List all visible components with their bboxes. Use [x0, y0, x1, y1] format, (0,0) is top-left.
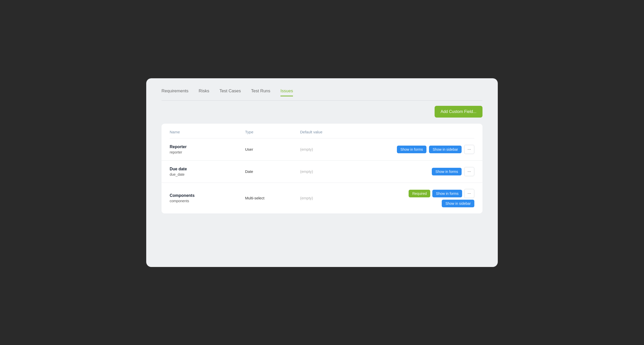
field-default-due-date: (empty) — [300, 169, 428, 174]
more-dots-icon: ··· — [467, 147, 471, 152]
more-dots-icon: ··· — [467, 169, 471, 174]
required-badge-components[interactable]: Required — [409, 190, 430, 197]
tab-test-cases[interactable]: Test Cases — [219, 88, 241, 96]
field-label-due-date: Due date — [170, 167, 241, 171]
table-row: Reporter reporter User (empty) Show in f… — [162, 138, 482, 161]
tab-test-runs[interactable]: Test Runs — [251, 88, 270, 96]
column-header-name: Name — [170, 130, 241, 134]
field-type-reporter: User — [245, 147, 296, 151]
tab-issues[interactable]: Issues — [280, 88, 293, 96]
table-row: Due date due_date Date (empty) Show in f… — [162, 161, 482, 183]
column-header-default: Default value — [300, 130, 470, 134]
field-actions-due-date: Show in forms ··· — [432, 167, 474, 176]
field-label-reporter: Reporter — [170, 145, 241, 149]
tab-requirements[interactable]: Requirements — [162, 88, 189, 96]
field-type-due-date: Date — [245, 169, 296, 174]
tab-risks[interactable]: Risks — [199, 88, 209, 96]
more-dots-icon: ··· — [467, 191, 471, 196]
column-header-type: Type — [245, 130, 296, 134]
more-options-due-date[interactable]: ··· — [464, 167, 474, 176]
field-code-due-date: due_date — [170, 172, 241, 176]
field-label-components: Components — [170, 193, 241, 198]
field-name-due-date: Due date due_date — [170, 167, 241, 176]
table-header: Name Type Default value — [162, 124, 482, 138]
components-badge-row-1: Required Show in forms ··· — [409, 189, 474, 198]
more-options-reporter[interactable]: ··· — [464, 145, 474, 154]
field-actions-components: Required Show in forms ··· Show in sideb… — [409, 189, 474, 207]
tab-divider — [162, 100, 482, 101]
components-badge-row-2: Show in sidebar — [442, 200, 474, 207]
show-in-sidebar-badge-reporter[interactable]: Show in sidebar — [429, 146, 462, 153]
field-name-reporter: Reporter reporter — [170, 145, 241, 154]
more-options-components[interactable]: ··· — [464, 189, 474, 198]
show-in-sidebar-badge-components[interactable]: Show in sidebar — [442, 200, 474, 207]
field-default-reporter: (empty) — [300, 147, 393, 151]
field-type-components: Multi-select — [245, 196, 296, 200]
main-window: Requirements Risks Test Cases Test Runs … — [146, 78, 498, 267]
components-badge-group: Required Show in forms ··· Show in sideb… — [409, 189, 474, 207]
table-row: Components components Multi-select (empt… — [162, 183, 482, 213]
field-code-reporter: reporter — [170, 150, 241, 154]
field-code-components: components — [170, 199, 241, 203]
field-name-components: Components components — [170, 193, 241, 203]
tab-navigation: Requirements Risks Test Cases Test Runs … — [162, 88, 482, 100]
show-in-forms-badge-reporter[interactable]: Show in forms — [397, 146, 427, 153]
add-custom-field-button[interactable]: Add Custom Field... — [435, 106, 483, 118]
field-actions-reporter: Show in forms Show in sidebar ··· — [397, 145, 474, 154]
field-default-components: (empty) — [300, 196, 405, 200]
custom-fields-table: Name Type Default value Reporter reporte… — [162, 124, 482, 213]
show-in-forms-badge-due-date[interactable]: Show in forms — [432, 168, 462, 175]
show-in-forms-badge-components[interactable]: Show in forms — [432, 190, 462, 197]
toolbar: Add Custom Field... — [162, 106, 482, 118]
